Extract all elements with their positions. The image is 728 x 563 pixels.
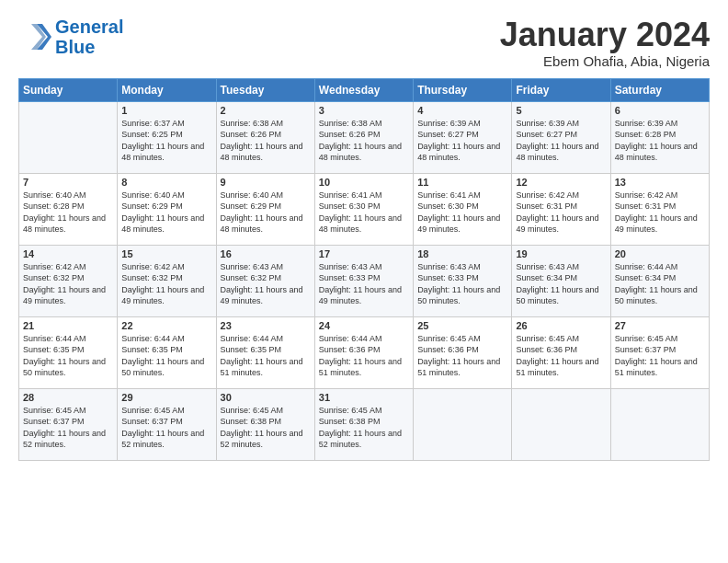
col-wednesday: Wednesday [314, 78, 413, 101]
day-number: 29 [121, 392, 211, 403]
week-row-4: 21Sunrise: 6:44 AMSunset: 6:35 PMDayligh… [19, 316, 710, 388]
title-block: January 2024 Ebem Ohafia, Abia, Nigeria [500, 17, 710, 69]
day-cell: 12Sunrise: 6:42 AMSunset: 6:31 PMDayligh… [512, 173, 610, 245]
day-info: Sunrise: 6:43 AMSunset: 6:33 PMDaylight:… [319, 261, 409, 307]
day-cell: 20Sunrise: 6:44 AMSunset: 6:34 PMDayligh… [610, 245, 709, 316]
day-cell: 17Sunrise: 6:43 AMSunset: 6:33 PMDayligh… [314, 245, 413, 316]
day-cell: 1Sunrise: 6:37 AMSunset: 6:25 PMDaylight… [118, 101, 216, 173]
day-info: Sunrise: 6:43 AMSunset: 6:33 PMDaylight:… [417, 261, 507, 307]
day-cell: 29Sunrise: 6:45 AMSunset: 6:37 PMDayligh… [118, 388, 216, 460]
day-info: Sunrise: 6:42 AMSunset: 6:31 PMDaylight:… [615, 190, 705, 236]
day-info: Sunrise: 6:42 AMSunset: 6:31 PMDaylight:… [516, 190, 606, 236]
calendar-table: SundayMondayTuesdayWednesdayThursdayFrid… [18, 78, 710, 461]
logo-line2: Blue [55, 37, 95, 57]
day-cell: 2Sunrise: 6:38 AMSunset: 6:26 PMDaylight… [216, 101, 314, 173]
day-info: Sunrise: 6:38 AMSunset: 6:26 PMDaylight:… [221, 118, 311, 164]
day-cell: 30Sunrise: 6:45 AMSunset: 6:38 PMDayligh… [216, 388, 314, 460]
day-number: 6 [615, 105, 705, 116]
col-friday: Friday [512, 78, 610, 101]
day-number: 10 [319, 177, 409, 188]
logo-text: General Blue [55, 17, 123, 57]
day-cell: 10Sunrise: 6:41 AMSunset: 6:30 PMDayligh… [314, 173, 413, 245]
day-number: 20 [615, 248, 705, 259]
day-info: Sunrise: 6:40 AMSunset: 6:29 PMDaylight:… [221, 190, 311, 236]
week-row-5: 28Sunrise: 6:45 AMSunset: 6:37 PMDayligh… [19, 388, 710, 460]
day-info: Sunrise: 6:41 AMSunset: 6:30 PMDaylight:… [417, 190, 507, 236]
day-number: 4 [417, 105, 507, 116]
day-number: 28 [23, 392, 113, 403]
page: General Blue January 2024 Ebem Ohafia, A… [0, 0, 728, 563]
day-cell: 15Sunrise: 6:42 AMSunset: 6:32 PMDayligh… [118, 245, 216, 316]
day-cell: 7Sunrise: 6:40 AMSunset: 6:28 PMDaylight… [19, 173, 118, 245]
day-cell: 21Sunrise: 6:44 AMSunset: 6:35 PMDayligh… [19, 316, 118, 388]
day-info: Sunrise: 6:38 AMSunset: 6:26 PMDaylight:… [319, 118, 409, 164]
day-info: Sunrise: 6:45 AMSunset: 6:36 PMDaylight:… [516, 333, 606, 379]
day-info: Sunrise: 6:45 AMSunset: 6:36 PMDaylight:… [417, 333, 507, 379]
day-number: 11 [417, 177, 507, 188]
day-info: Sunrise: 6:44 AMSunset: 6:35 PMDaylight:… [23, 333, 113, 379]
day-number: 23 [221, 320, 311, 331]
day-cell: 11Sunrise: 6:41 AMSunset: 6:30 PMDayligh… [414, 173, 512, 245]
day-info: Sunrise: 6:43 AMSunset: 6:34 PMDaylight:… [516, 261, 606, 307]
col-sunday: Sunday [19, 78, 118, 101]
day-number: 8 [121, 177, 211, 188]
day-number: 15 [121, 248, 211, 259]
day-info: Sunrise: 6:45 AMSunset: 6:37 PMDaylight:… [23, 405, 113, 451]
day-cell: 13Sunrise: 6:42 AMSunset: 6:31 PMDayligh… [610, 173, 709, 245]
day-cell: 28Sunrise: 6:45 AMSunset: 6:37 PMDayligh… [19, 388, 118, 460]
day-number: 21 [23, 320, 113, 331]
day-number: 3 [319, 105, 409, 116]
day-info: Sunrise: 6:45 AMSunset: 6:37 PMDaylight:… [615, 333, 705, 379]
day-number: 13 [615, 177, 705, 188]
day-cell: 14Sunrise: 6:42 AMSunset: 6:32 PMDayligh… [19, 245, 118, 316]
day-number: 12 [516, 177, 606, 188]
day-cell: 19Sunrise: 6:43 AMSunset: 6:34 PMDayligh… [512, 245, 610, 316]
day-cell: 3Sunrise: 6:38 AMSunset: 6:26 PMDaylight… [314, 101, 413, 173]
day-number: 17 [319, 248, 409, 259]
day-cell: 24Sunrise: 6:44 AMSunset: 6:36 PMDayligh… [314, 316, 413, 388]
day-cell: 22Sunrise: 6:44 AMSunset: 6:35 PMDayligh… [118, 316, 216, 388]
day-number: 9 [221, 177, 311, 188]
logo: General Blue [18, 17, 123, 57]
day-info: Sunrise: 6:39 AMSunset: 6:28 PMDaylight:… [615, 118, 705, 164]
day-number: 14 [23, 248, 113, 259]
day-number: 19 [516, 248, 606, 259]
day-cell: 26Sunrise: 6:45 AMSunset: 6:36 PMDayligh… [512, 316, 610, 388]
week-row-3: 14Sunrise: 6:42 AMSunset: 6:32 PMDayligh… [19, 245, 710, 316]
day-cell: 5Sunrise: 6:39 AMSunset: 6:27 PMDaylight… [512, 101, 610, 173]
day-cell: 18Sunrise: 6:43 AMSunset: 6:33 PMDayligh… [414, 245, 512, 316]
day-number: 18 [417, 248, 507, 259]
day-info: Sunrise: 6:37 AMSunset: 6:25 PMDaylight:… [121, 118, 211, 164]
day-info: Sunrise: 6:39 AMSunset: 6:27 PMDaylight:… [516, 118, 606, 164]
day-info: Sunrise: 6:45 AMSunset: 6:38 PMDaylight:… [221, 405, 311, 451]
day-info: Sunrise: 6:43 AMSunset: 6:32 PMDaylight:… [221, 261, 311, 307]
day-cell [512, 388, 610, 460]
day-number: 1 [121, 105, 211, 116]
day-info: Sunrise: 6:42 AMSunset: 6:32 PMDaylight:… [121, 261, 211, 307]
col-monday: Monday [118, 78, 216, 101]
day-info: Sunrise: 6:45 AMSunset: 6:37 PMDaylight:… [121, 405, 211, 451]
col-tuesday: Tuesday [216, 78, 314, 101]
day-number: 24 [319, 320, 409, 331]
day-cell: 25Sunrise: 6:45 AMSunset: 6:36 PMDayligh… [414, 316, 512, 388]
day-cell: 27Sunrise: 6:45 AMSunset: 6:37 PMDayligh… [610, 316, 709, 388]
day-info: Sunrise: 6:44 AMSunset: 6:35 PMDaylight:… [121, 333, 211, 379]
day-cell: 4Sunrise: 6:39 AMSunset: 6:27 PMDaylight… [414, 101, 512, 173]
day-number: 25 [417, 320, 507, 331]
location: Ebem Ohafia, Abia, Nigeria [500, 53, 710, 69]
day-cell: 6Sunrise: 6:39 AMSunset: 6:28 PMDaylight… [610, 101, 709, 173]
day-cell: 23Sunrise: 6:44 AMSunset: 6:35 PMDayligh… [216, 316, 314, 388]
day-number: 26 [516, 320, 606, 331]
day-info: Sunrise: 6:40 AMSunset: 6:28 PMDaylight:… [23, 190, 113, 236]
day-number: 22 [121, 320, 211, 331]
logo-icon [18, 20, 51, 53]
week-row-1: 1Sunrise: 6:37 AMSunset: 6:25 PMDaylight… [19, 101, 710, 173]
week-row-2: 7Sunrise: 6:40 AMSunset: 6:28 PMDaylight… [19, 173, 710, 245]
col-thursday: Thursday [414, 78, 512, 101]
day-info: Sunrise: 6:42 AMSunset: 6:32 PMDaylight:… [23, 261, 113, 307]
day-number: 31 [319, 392, 409, 403]
day-cell: 9Sunrise: 6:40 AMSunset: 6:29 PMDaylight… [216, 173, 314, 245]
day-number: 16 [221, 248, 311, 259]
day-cell [19, 101, 118, 173]
day-cell: 31Sunrise: 6:45 AMSunset: 6:38 PMDayligh… [314, 388, 413, 460]
